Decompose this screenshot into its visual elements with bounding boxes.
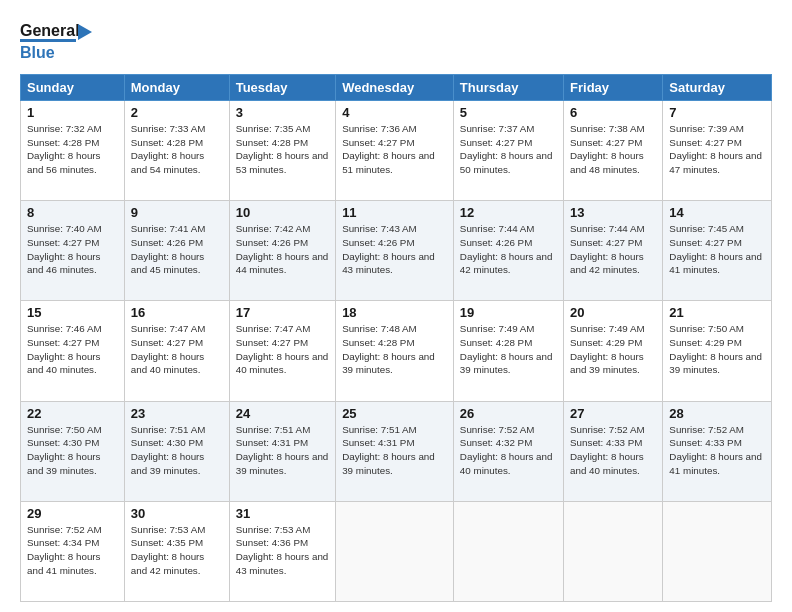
day-info: Sunrise: 7:45 AMSunset: 4:27 PMDaylight:… xyxy=(669,222,765,277)
sunset-time: Sunset: 4:29 PM xyxy=(570,337,642,348)
sunset-time: Sunset: 4:27 PM xyxy=(342,137,414,148)
day-number: 5 xyxy=(460,105,557,120)
calendar-cell xyxy=(564,501,663,601)
day-number: 27 xyxy=(570,406,656,421)
calendar-cell: 7Sunrise: 7:39 AMSunset: 4:27 PMDaylight… xyxy=(663,101,772,201)
day-number: 20 xyxy=(570,305,656,320)
sunrise-time: Sunrise: 7:51 AM xyxy=(236,424,311,435)
day-number: 6 xyxy=(570,105,656,120)
daylight-hours: Daylight: 8 hours and 39 minutes. xyxy=(342,451,435,476)
svg-marker-1 xyxy=(78,24,92,40)
day-number: 23 xyxy=(131,406,223,421)
daylight-hours: Daylight: 8 hours and 45 minutes. xyxy=(131,251,205,276)
daylight-hours: Daylight: 8 hours and 39 minutes. xyxy=(460,351,553,376)
day-number: 13 xyxy=(570,205,656,220)
calendar-week-row: 29Sunrise: 7:52 AMSunset: 4:34 PMDayligh… xyxy=(21,501,772,601)
sunrise-time: Sunrise: 7:39 AM xyxy=(669,123,744,134)
sunrise-time: Sunrise: 7:47 AM xyxy=(236,323,311,334)
sunrise-time: Sunrise: 7:35 AM xyxy=(236,123,311,134)
sunrise-time: Sunrise: 7:49 AM xyxy=(570,323,645,334)
sunset-time: Sunset: 4:28 PM xyxy=(460,337,532,348)
day-number: 12 xyxy=(460,205,557,220)
day-number: 9 xyxy=(131,205,223,220)
page: General Blue SundayMondayTuesdayWednesda… xyxy=(0,0,792,612)
daylight-hours: Daylight: 8 hours and 39 minutes. xyxy=(342,351,435,376)
day-info: Sunrise: 7:39 AMSunset: 4:27 PMDaylight:… xyxy=(669,122,765,177)
day-info: Sunrise: 7:46 AMSunset: 4:27 PMDaylight:… xyxy=(27,322,118,377)
calendar-header: SundayMondayTuesdayWednesdayThursdayFrid… xyxy=(21,75,772,101)
day-info: Sunrise: 7:51 AMSunset: 4:31 PMDaylight:… xyxy=(236,423,329,478)
daylight-hours: Daylight: 8 hours and 39 minutes. xyxy=(27,451,101,476)
day-number: 15 xyxy=(27,305,118,320)
sunset-time: Sunset: 4:26 PM xyxy=(460,237,532,248)
daylight-hours: Daylight: 8 hours and 42 minutes. xyxy=(131,551,205,576)
daylight-hours: Daylight: 8 hours and 42 minutes. xyxy=(460,251,553,276)
calendar-cell: 23Sunrise: 7:51 AMSunset: 4:30 PMDayligh… xyxy=(124,401,229,501)
day-info: Sunrise: 7:52 AMSunset: 4:34 PMDaylight:… xyxy=(27,523,118,578)
calendar-cell: 11Sunrise: 7:43 AMSunset: 4:26 PMDayligh… xyxy=(336,201,454,301)
calendar-cell: 24Sunrise: 7:51 AMSunset: 4:31 PMDayligh… xyxy=(229,401,335,501)
calendar-cell: 21Sunrise: 7:50 AMSunset: 4:29 PMDayligh… xyxy=(663,301,772,401)
weekday-header-thursday: Thursday xyxy=(453,75,563,101)
calendar-cell: 27Sunrise: 7:52 AMSunset: 4:33 PMDayligh… xyxy=(564,401,663,501)
sunset-time: Sunset: 4:26 PM xyxy=(236,237,308,248)
daylight-hours: Daylight: 8 hours and 40 minutes. xyxy=(27,351,101,376)
sunset-time: Sunset: 4:29 PM xyxy=(669,337,741,348)
day-number: 3 xyxy=(236,105,329,120)
daylight-hours: Daylight: 8 hours and 54 minutes. xyxy=(131,150,205,175)
day-number: 24 xyxy=(236,406,329,421)
calendar-cell: 8Sunrise: 7:40 AMSunset: 4:27 PMDaylight… xyxy=(21,201,125,301)
calendar-cell xyxy=(336,501,454,601)
sunrise-time: Sunrise: 7:51 AM xyxy=(342,424,417,435)
day-number: 14 xyxy=(669,205,765,220)
svg-text:Blue: Blue xyxy=(20,44,55,61)
day-info: Sunrise: 7:52 AMSunset: 4:32 PMDaylight:… xyxy=(460,423,557,478)
daylight-hours: Daylight: 8 hours and 43 minutes. xyxy=(342,251,435,276)
calendar-week-row: 8Sunrise: 7:40 AMSunset: 4:27 PMDaylight… xyxy=(21,201,772,301)
daylight-hours: Daylight: 8 hours and 51 minutes. xyxy=(342,150,435,175)
sunrise-time: Sunrise: 7:37 AM xyxy=(460,123,535,134)
day-info: Sunrise: 7:53 AMSunset: 4:35 PMDaylight:… xyxy=(131,523,223,578)
calendar-cell: 4Sunrise: 7:36 AMSunset: 4:27 PMDaylight… xyxy=(336,101,454,201)
logo: General Blue xyxy=(20,16,110,64)
calendar-cell: 14Sunrise: 7:45 AMSunset: 4:27 PMDayligh… xyxy=(663,201,772,301)
day-info: Sunrise: 7:52 AMSunset: 4:33 PMDaylight:… xyxy=(669,423,765,478)
daylight-hours: Daylight: 8 hours and 40 minutes. xyxy=(236,351,329,376)
daylight-hours: Daylight: 8 hours and 41 minutes. xyxy=(669,451,762,476)
calendar-cell: 28Sunrise: 7:52 AMSunset: 4:33 PMDayligh… xyxy=(663,401,772,501)
weekday-header-wednesday: Wednesday xyxy=(336,75,454,101)
day-info: Sunrise: 7:50 AMSunset: 4:30 PMDaylight:… xyxy=(27,423,118,478)
logo-svg: General Blue xyxy=(20,16,110,64)
day-info: Sunrise: 7:42 AMSunset: 4:26 PMDaylight:… xyxy=(236,222,329,277)
sunrise-time: Sunrise: 7:45 AM xyxy=(669,223,744,234)
calendar-cell: 19Sunrise: 7:49 AMSunset: 4:28 PMDayligh… xyxy=(453,301,563,401)
sunset-time: Sunset: 4:28 PM xyxy=(27,137,99,148)
calendar-cell: 5Sunrise: 7:37 AMSunset: 4:27 PMDaylight… xyxy=(453,101,563,201)
sunset-time: Sunset: 4:31 PM xyxy=(236,437,308,448)
sunrise-time: Sunrise: 7:48 AM xyxy=(342,323,417,334)
calendar-cell: 25Sunrise: 7:51 AMSunset: 4:31 PMDayligh… xyxy=(336,401,454,501)
sunrise-time: Sunrise: 7:50 AM xyxy=(669,323,744,334)
calendar-cell xyxy=(663,501,772,601)
sunset-time: Sunset: 4:32 PM xyxy=(460,437,532,448)
day-info: Sunrise: 7:49 AMSunset: 4:29 PMDaylight:… xyxy=(570,322,656,377)
sunrise-time: Sunrise: 7:52 AM xyxy=(27,524,102,535)
weekday-header-sunday: Sunday xyxy=(21,75,125,101)
sunset-time: Sunset: 4:26 PM xyxy=(342,237,414,248)
daylight-hours: Daylight: 8 hours and 43 minutes. xyxy=(236,551,329,576)
sunrise-time: Sunrise: 7:33 AM xyxy=(131,123,206,134)
daylight-hours: Daylight: 8 hours and 40 minutes. xyxy=(131,351,205,376)
daylight-hours: Daylight: 8 hours and 39 minutes. xyxy=(236,451,329,476)
daylight-hours: Daylight: 8 hours and 47 minutes. xyxy=(669,150,762,175)
sunrise-time: Sunrise: 7:52 AM xyxy=(669,424,744,435)
sunset-time: Sunset: 4:34 PM xyxy=(27,537,99,548)
calendar-cell xyxy=(453,501,563,601)
header: General Blue xyxy=(20,16,772,64)
sunset-time: Sunset: 4:27 PM xyxy=(460,137,532,148)
daylight-hours: Daylight: 8 hours and 39 minutes. xyxy=(669,351,762,376)
daylight-hours: Daylight: 8 hours and 39 minutes. xyxy=(570,351,644,376)
svg-rect-2 xyxy=(20,39,76,42)
sunrise-time: Sunrise: 7:44 AM xyxy=(570,223,645,234)
calendar-week-row: 15Sunrise: 7:46 AMSunset: 4:27 PMDayligh… xyxy=(21,301,772,401)
day-info: Sunrise: 7:38 AMSunset: 4:27 PMDaylight:… xyxy=(570,122,656,177)
